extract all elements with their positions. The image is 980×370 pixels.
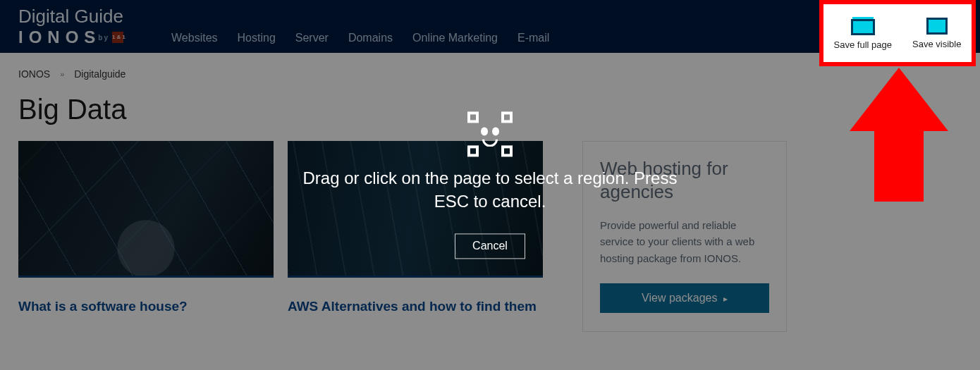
screenshot-toolbar: Save full page Save visible (823, 4, 972, 62)
annotation-arrow (846, 68, 952, 202)
arrow-body (874, 131, 924, 202)
cancel-button[interactable]: Cancel (455, 233, 525, 259)
arrow-head-icon (850, 68, 948, 131)
toolbar-highlight: Save full page Save visible (819, 0, 976, 66)
save-full-page-button[interactable]: Save full page (834, 17, 892, 50)
save-visible-label: Save visible (912, 39, 961, 49)
capture-hint-text: Drag or click on the page to select a re… (300, 166, 680, 214)
save-visible-button[interactable]: Save visible (912, 18, 961, 49)
visible-area-icon (926, 18, 948, 35)
save-full-page-label: Save full page (834, 39, 892, 50)
face-viewfinder-icon (467, 111, 513, 156)
full-page-icon (851, 17, 875, 35)
capture-hint-box: Drag or click on the page to select a re… (300, 111, 680, 259)
